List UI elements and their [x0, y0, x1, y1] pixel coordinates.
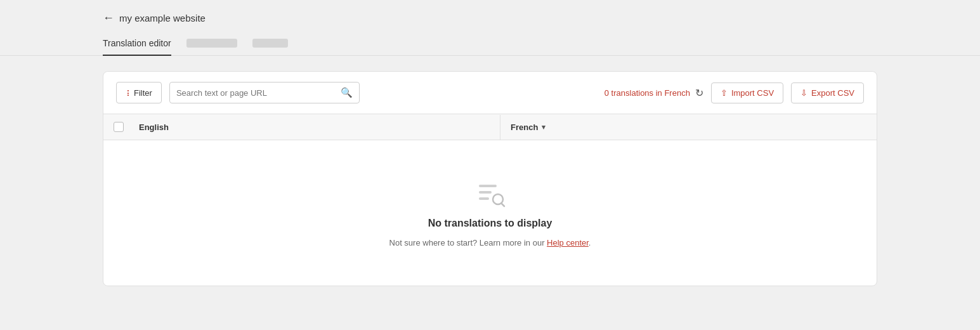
filter-icon: ⫶ [126, 88, 130, 98]
tab-translation-editor[interactable]: Translation editor [103, 32, 171, 56]
search-icon: 🔍 [341, 87, 353, 98]
translations-count: 0 translations in French ↻ [604, 87, 703, 99]
french-column-header: French ▾ [500, 115, 877, 140]
svg-line-4 [501, 204, 504, 207]
toolbar: ⫶ Filter 🔍 0 translations in French ↻ ⇧ … [103, 72, 877, 114]
svg-rect-1 [479, 191, 492, 194]
tab-placeholder-2[interactable] [252, 39, 288, 48]
import-icon: ⇧ [721, 88, 728, 98]
main-content: ⫶ Filter 🔍 0 translations in French ↻ ⇧ … [0, 56, 980, 301]
french-column-dropdown-icon[interactable]: ▾ [542, 123, 546, 131]
search-box: 🔍 [169, 82, 360, 103]
help-center-link[interactable]: Help center [547, 238, 589, 248]
tab-placeholder-1[interactable] [186, 39, 237, 48]
select-all-col [103, 114, 134, 140]
table-header: English French ▾ [103, 114, 877, 140]
editor-panel: ⫶ Filter 🔍 0 translations in French ↻ ⇧ … [103, 71, 877, 286]
empty-subtitle: Not sure where to start? Learn more in o… [389, 238, 591, 248]
export-csv-button[interactable]: ⇩ Export CSV [791, 82, 864, 103]
tabs-bar: Translation editor [0, 31, 980, 56]
back-button[interactable]: ← [103, 11, 114, 25]
import-csv-button[interactable]: ⇧ Import CSV [711, 82, 783, 103]
empty-title: No translations to display [428, 218, 552, 229]
select-all-checkbox[interactable] [114, 122, 124, 132]
top-nav: ← my example website [0, 0, 980, 25]
svg-rect-0 [479, 185, 497, 187]
english-column-header: English [134, 115, 500, 140]
export-icon: ⇩ [800, 88, 807, 98]
refresh-icon[interactable]: ↻ [695, 87, 703, 99]
svg-rect-2 [479, 197, 489, 200]
search-input[interactable] [176, 88, 336, 98]
no-results-icon [475, 178, 506, 209]
site-name: my example website [119, 13, 206, 23]
empty-state: No translations to display Not sure wher… [103, 140, 877, 286]
filter-button[interactable]: ⫶ Filter [116, 82, 162, 103]
